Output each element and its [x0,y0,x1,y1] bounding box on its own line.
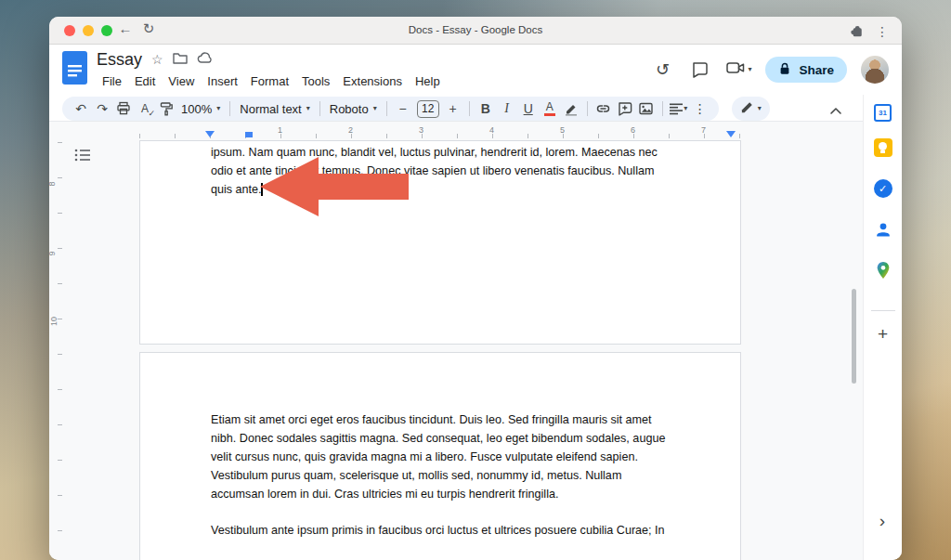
title-block: Essay ☆ File Edit View Insert Format Too… [97,48,446,91]
rail-divider [871,310,895,311]
menu-tools[interactable]: Tools [296,73,335,89]
contacts-icon[interactable] [873,219,893,240]
annotation-arrow [260,154,409,223]
toolbar-divider [386,101,387,116]
italic-button[interactable]: I [497,98,517,119]
account-avatar[interactable] [861,56,889,84]
editing-mode-pill[interactable]: ▾ [732,97,770,121]
keep-icon[interactable] [873,137,893,158]
titlebar: ← ↻ Docs - Essay - Google Docs ⋮ [49,17,902,45]
header-actions: ↺ ▾ Share [650,56,889,84]
side-panel-rail: 31 ✓ + [863,95,902,560]
chevron-down-icon: ▾ [373,105,377,112]
document-outline-icon[interactable] [73,146,92,164]
menu-format[interactable]: Format [245,73,294,89]
text-line[interactable]: Vestibulum purus quam, scelerisque ut, m… [211,466,665,485]
add-comment-icon[interactable] [615,98,635,119]
chevron-down-icon: ▾ [216,105,220,112]
toolbar-divider [319,101,320,116]
toolbar-divider [662,101,663,116]
cloud-saved-icon[interactable] [197,51,213,68]
ruler-number: 2 [348,125,353,135]
text-line[interactable]: velit cursus nunc, quis gravida magna mi… [211,448,665,466]
undo-icon[interactable]: ↶ [71,98,91,119]
menu-help[interactable]: Help [410,73,446,89]
meet-camera-control[interactable]: ▾ [726,60,751,79]
left-indent-marker[interactable] [205,131,215,137]
document-page-1[interactable]: ipsum. Nam quam nunc, blandit vel, luctu… [139,140,741,345]
add-addon-button[interactable]: + [878,324,888,345]
horizontal-ruler[interactable] [139,134,741,138]
docs-header: Essay ☆ File Edit View Insert Format Too… [49,45,902,95]
first-line-indent-marker[interactable] [245,132,253,137]
menu-file[interactable]: File [97,73,127,89]
page2-paragraph-1[interactable]: Etiam sit amet orci eget eros faucibus t… [211,410,665,503]
spellcheck-icon[interactable]: A✓ [135,98,155,119]
browser-menu-icon[interactable]: ⋮ [876,24,889,39]
comments-icon[interactable] [688,58,712,82]
align-control[interactable]: ▾ [669,98,689,119]
document-page-2[interactable]: Etiam sit amet orci eget eros faucibus t… [139,352,741,560]
redo-icon[interactable]: ↷ [92,98,112,119]
lock-icon [778,61,791,78]
browser-window: ← ↻ Docs - Essay - Google Docs ⋮ [49,17,902,560]
document-title[interactable]: Essay [97,50,142,70]
share-button[interactable]: Share [765,57,847,83]
chevron-down-icon: ▾ [758,105,762,112]
side-panel-collapse-chevron[interactable]: › [870,509,894,533]
more-options-icon[interactable]: ⋮ [690,98,710,119]
chevron-down-icon: ▾ [684,105,687,112]
share-button-label: Share [799,63,834,77]
zoom-select[interactable]: 100%▾ [177,102,224,116]
menu-insert[interactable]: Insert [202,73,243,89]
document-canvas: 1 2 3 4 5 6 7 8 9 10 ipsum. Nam quam nun… [49,121,863,560]
print-icon[interactable] [113,98,134,119]
insert-link-icon[interactable] [593,98,614,119]
ruler-number: 4 [489,125,494,135]
vertical-scrollbar[interactable] [852,289,856,384]
toolbar: ↶ ↷ A✓ 100%▾ Normal text▾ [62,97,770,121]
bold-button[interactable]: B [476,98,496,119]
highlight-color-icon[interactable] [561,98,581,119]
right-indent-marker[interactable] [726,131,736,137]
page2-paragraph-2[interactable]: Vestibulum ante ipsum primis in faucibus… [211,521,665,540]
paint-format-icon[interactable] [156,98,176,119]
font-size-input[interactable]: 12 [417,100,439,118]
chevron-down-icon: ▾ [306,105,310,112]
paragraph-style-select[interactable]: Normal text▾ [236,102,313,116]
ruler-number: 6 [631,125,635,135]
star-icon[interactable]: ☆ [151,53,163,66]
maps-icon[interactable] [873,260,893,280]
pencil-icon [740,100,754,118]
font-select[interactable]: Roboto▾ [326,102,381,116]
hide-menus-chevron-up-icon[interactable] [826,100,846,121]
desktop-background: ← ↻ Docs - Essay - Google Docs ⋮ [0,0,951,560]
toolbar-pill: ↶ ↷ A✓ 100%▾ Normal text▾ [62,97,719,121]
ruler-number: 5 [560,125,565,135]
ruler-number: 9 [49,251,57,255]
text-line[interactable]: Vestibulum ante ipsum primis in faucibus… [211,521,665,540]
calendar-icon[interactable]: 31 [873,102,893,123]
menu-view[interactable]: View [163,73,200,89]
text-color-button[interactable]: A [540,98,560,119]
text-line[interactable]: Etiam sit amet orci eget eros faucibus t… [211,410,665,429]
window-title: Docs - Essay - Google Docs [49,24,902,35]
insert-image-icon[interactable] [636,98,657,119]
underline-button[interactable]: U [518,98,539,119]
menu-extensions[interactable]: Extensions [337,73,408,89]
toolbar-divider [587,101,588,116]
ruler-number: 7 [701,125,706,135]
google-docs-icon[interactable] [62,51,87,88]
ruler-number: 3 [419,125,423,135]
text-line[interactable]: accumsan lorem in dui. Cras ultricies mi… [211,485,665,503]
tasks-icon[interactable]: ✓ [873,178,893,199]
ruler-number: 1 [278,125,282,135]
menu-edit[interactable]: Edit [129,73,161,89]
extensions-puzzle-icon[interactable] [848,21,865,42]
text-line[interactable]: nibh. Donec sodales sagittis magna. Sed … [211,429,665,448]
increase-font-size-button[interactable]: + [443,98,463,119]
version-history-icon[interactable]: ↺ [650,58,674,82]
decrease-font-size-button[interactable]: − [393,98,413,119]
move-folder-icon[interactable] [173,51,188,69]
toolbar-divider [469,101,470,116]
